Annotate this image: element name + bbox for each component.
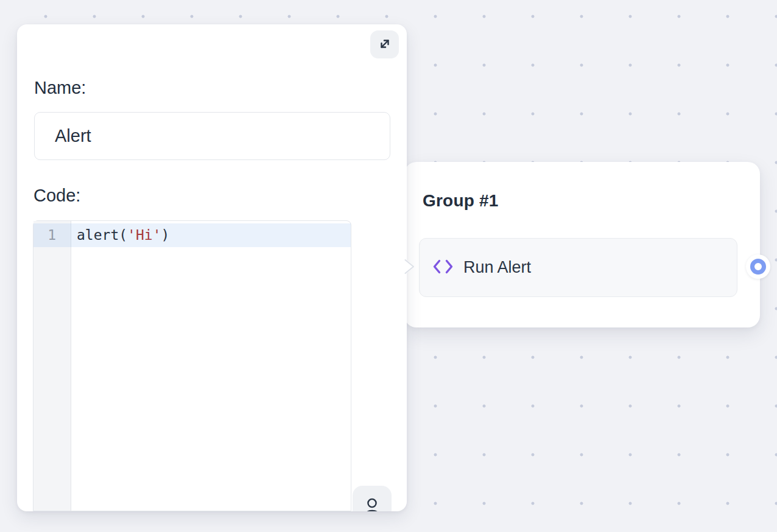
code-icon [433,259,453,276]
code-line[interactable]: alert('Hi') [77,223,169,247]
name-input[interactable] [34,112,390,160]
code-editor[interactable]: 1 alert('Hi') [33,220,351,511]
name-label: Name: [34,78,86,98]
flow-canvas[interactable]: { "canvas": { "background_color": "#f1f2… [0,0,777,532]
node-label: Run Alert [463,258,531,277]
expand-icon [378,37,392,53]
group-card[interactable]: Group #1 Run Alert [404,162,760,327]
node-run-alert[interactable]: Run Alert [419,238,737,297]
group-title: Group #1 [423,191,499,211]
code-token-string: 'Hi' [127,227,161,243]
code-token: alert( [77,227,127,243]
code-label: Code: [33,186,80,206]
output-handle[interactable] [746,254,770,279]
output-handle-ring [750,259,766,275]
connector-arrow [404,258,415,278]
person-icon [362,486,382,511]
expand-button[interactable] [370,30,399,58]
user-button[interactable] [353,486,392,511]
line-number: 1 [33,223,71,247]
code-token: ) [161,227,169,243]
editor-gutter [33,221,71,511]
node-properties-panel: Name: Code: 1 alert('Hi') [17,24,407,511]
